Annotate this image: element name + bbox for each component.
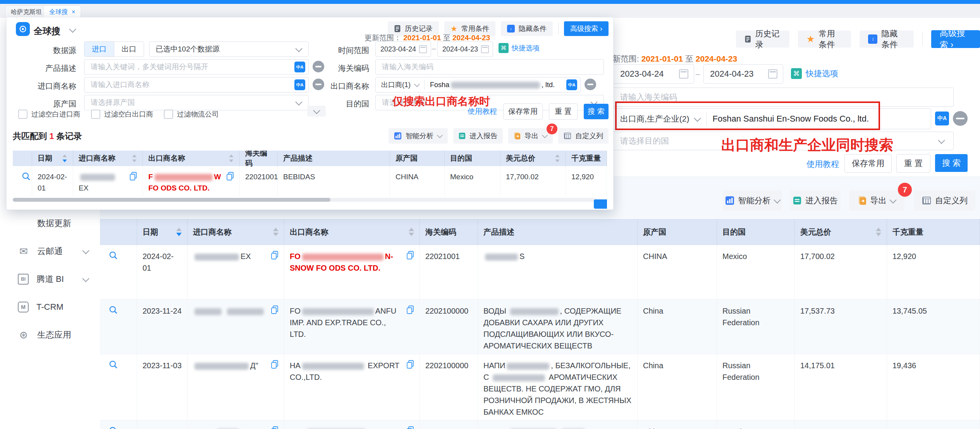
col-header-exporter[interactable]: 出口商名称 [284, 219, 420, 245]
date-to-field[interactable]: 2024-04-23 [703, 64, 783, 84]
date-to-value: 2024-04-23 [438, 45, 478, 53]
enter-report-button[interactable]: 进入报告 [790, 190, 841, 211]
copy-icon[interactable] [406, 426, 414, 429]
favorites-button[interactable]: ★ 常用条件 [798, 31, 851, 48]
result-count: 1 [49, 131, 54, 141]
exclude-icon[interactable] [585, 79, 596, 90]
cell-kg-weight: 12,920 [566, 166, 607, 196]
toggle-export[interactable]: 出口 [114, 42, 144, 57]
copy-icon[interactable] [226, 172, 234, 194]
copy-icon[interactable] [406, 360, 414, 418]
row-detail-magnifier-icon[interactable] [13, 166, 32, 196]
tutorial-link[interactable]: 使用教程 [806, 159, 839, 170]
chevron-down-icon[interactable] [69, 26, 76, 33]
advanced-search-button[interactable]: 高级搜索 › [564, 21, 609, 36]
sort-icons[interactable] [62, 154, 67, 163]
copy-icon[interactable] [271, 251, 279, 297]
sort-icons[interactable] [132, 154, 137, 163]
exclude-icon[interactable] [953, 111, 968, 126]
hs-code-input[interactable]: 请输入海关编码 [375, 59, 604, 75]
copy-icon[interactable] [271, 305, 279, 352]
smart-analysis-button[interactable]: 智能分析 [389, 128, 448, 144]
custom-columns-button[interactable]: 自定义列 [558, 128, 609, 144]
copy-icon[interactable] [406, 251, 414, 297]
table-row: 2023-11-24 FOANFU IMP. AND EXP.TRADE CO.… [100, 300, 980, 354]
scrollbar-thumb[interactable] [13, 198, 330, 202]
origin-country-select[interactable]: 请选择原产国 [84, 95, 309, 110]
smart-analysis-button[interactable]: 智能分析 [723, 190, 782, 211]
sort-icons[interactable] [176, 228, 182, 236]
search-button[interactable]: 搜 索 [935, 154, 968, 172]
tutorial-link[interactable]: 使用教程 [468, 106, 497, 117]
history-button[interactable]: 历史记录 [736, 31, 789, 48]
filter-blank-exporter[interactable]: 过滤空白出口商 [91, 110, 153, 119]
sort-icons[interactable] [555, 154, 560, 163]
exporter-type-select[interactable]: 出口商(1) [376, 80, 411, 89]
checkbox-icon[interactable] [164, 110, 173, 119]
sort-icons[interactable] [409, 228, 414, 236]
copy-icon[interactable] [406, 305, 414, 352]
export-button[interactable]: 导出 7 [508, 128, 553, 144]
row-detail-magnifier-icon[interactable] [100, 300, 137, 354]
close-icon[interactable]: × [72, 9, 75, 15]
date-from-field[interactable]: 2023-04-24 [375, 41, 431, 57]
sidebar-item-cloud-mail[interactable]: ✉ 云邮通 [0, 243, 100, 260]
collapse-form-button[interactable] [307, 106, 326, 117]
horizontal-scrollbar[interactable] [13, 198, 597, 202]
exclude-icon[interactable] [313, 61, 324, 72]
copy-icon[interactable] [271, 360, 279, 418]
product-desc-input[interactable]: 请输入关键词，多关键词用分号隔开 中A [84, 59, 309, 75]
row-detail-magnifier-icon[interactable] [100, 354, 137, 420]
sidebar-item-tendata-bi[interactable]: BI 腾道 BI [0, 271, 100, 288]
tab-global-search[interactable]: 全球搜 × [43, 5, 81, 19]
exporter-field[interactable]: 出口商(1) Fosha, ltd. 中A [375, 77, 581, 93]
redacted-text [194, 308, 222, 315]
copy-icon[interactable] [271, 426, 279, 429]
sidebar-item-t-crm[interactable]: M T-CRM [0, 299, 100, 316]
toggle-import[interactable]: 进口 [84, 42, 114, 57]
reset-button[interactable]: 重 置 [549, 103, 578, 120]
translate-icon[interactable]: 中A [566, 79, 577, 90]
col-header-importer[interactable]: 进口商名称 [187, 219, 284, 245]
col-header-usd[interactable]: 美元总价 [795, 219, 887, 245]
sort-icons[interactable] [273, 228, 279, 236]
date-to-field[interactable]: 2024-04-23 [437, 41, 493, 57]
hide-conditions-button[interactable]: ↕ 隐藏条件 [860, 31, 914, 48]
col-header-date[interactable]: 日期 [32, 151, 73, 166]
sort-icons[interactable] [876, 228, 881, 236]
tab-strip: 哈萨克斯坦 × 全球搜 × [0, 4, 980, 18]
hide-conditions-button[interactable]: ↕ 隐藏条件 [501, 21, 553, 36]
floating-widget-button[interactable] [594, 199, 607, 209]
copy-icon[interactable] [129, 172, 137, 194]
reset-button[interactable]: 重 置 [896, 154, 930, 173]
filter-logistics[interactable]: 过滤物流公司 [164, 110, 219, 119]
sidebar-item-data-update[interactable]: 数据更新 [0, 215, 100, 232]
col-header-date[interactable]: 日期 [137, 219, 187, 245]
translate-icon[interactable]: 中A [935, 112, 949, 125]
checkbox-icon[interactable] [18, 110, 28, 119]
sidebar-item-ecosystem[interactable]: ⊛ 生态应用 [0, 326, 100, 343]
sort-icons[interactable] [229, 154, 234, 163]
quick-options[interactable]: ⌘ 快捷选项 [791, 68, 838, 79]
advanced-search-button[interactable]: 高级搜索 › [931, 30, 980, 48]
col-header-exporter[interactable]: 出口商名称 [143, 151, 240, 166]
translate-icon[interactable]: 中A [294, 62, 305, 72]
custom-columns-button[interactable]: 自定义列 [914, 190, 975, 211]
translate-icon[interactable]: 中A [294, 79, 305, 90]
row-detail-magnifier-icon[interactable] [100, 245, 137, 299]
search-button[interactable]: 搜 索 [584, 104, 609, 119]
importer-name-input[interactable]: 请输入进口商名称 中A [84, 77, 309, 93]
save-common-button[interactable]: 保存常用 [844, 154, 892, 173]
checkbox-icon[interactable] [91, 110, 100, 119]
save-common-button[interactable]: 保存常用 [503, 103, 543, 120]
export-button[interactable]: 导出 [849, 190, 904, 211]
col-header-usd[interactable]: 美元总价 [500, 151, 566, 166]
quick-options[interactable]: ⌘ 快捷选项 [499, 43, 540, 53]
red-highlight-box [615, 101, 880, 130]
col-header-importer[interactable]: 进口商名称 [73, 151, 143, 166]
divider [922, 32, 923, 46]
enter-report-button[interactable]: 进入报告 [453, 128, 503, 144]
datasource-select[interactable]: 已选中102个数据源 [149, 41, 309, 57]
filter-blank-importer[interactable]: 过滤空白进口商 [18, 110, 80, 119]
row-detail-magnifier-icon[interactable] [100, 420, 137, 429]
